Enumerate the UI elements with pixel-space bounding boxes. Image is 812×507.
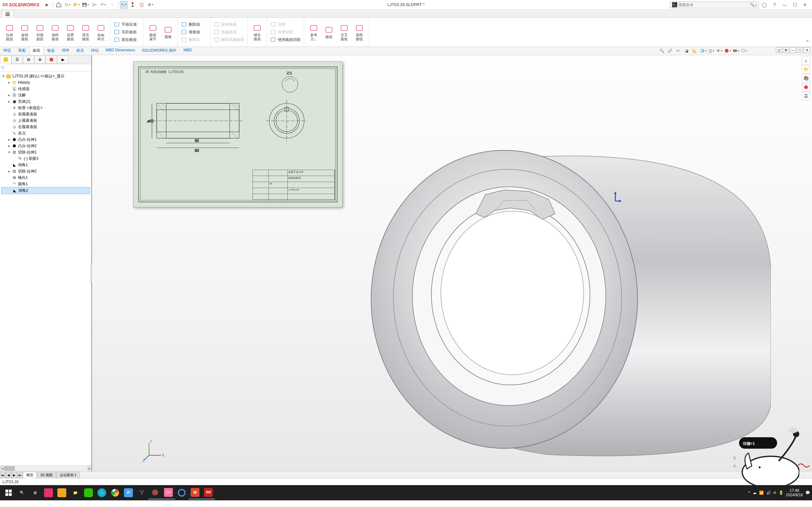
taskview-icon[interactable]: ⊞ [29,486,42,499]
tab-草图[interactable]: 草图 [15,46,29,55]
tray-clock[interactable]: 17:48 2024/9/18 [786,488,803,497]
wechat-icon[interactable] [82,486,95,499]
search-box[interactable]: >_ 🔍 [670,1,759,8]
custom-props-icon[interactable]: ☰ [802,92,810,100]
ribbon-圆角[interactable]: 圆角 [161,18,176,46]
tray-cloud-icon[interactable]: ☁ [753,491,757,495]
ribbon-加厚切除[interactable]: 加厚切除 [269,29,302,36]
file-tab[interactable] [2,10,13,17]
close-icon[interactable]: ✕ [801,1,809,8]
home-icon[interactable] [55,1,62,9]
expand-icon[interactable]: ▾ [7,150,11,155]
ribbon-解除剪裁曲面[interactable]: 解除剪裁曲面 [213,36,246,44]
ribbon-边界曲面[interactable]: 边界 曲面 [63,18,78,46]
expand-icon[interactable]: ▾ [1,74,6,78]
view-orientation-icon[interactable]: 🧊 [699,47,706,54]
ribbon-剪裁曲面[interactable]: 剪裁曲面 [213,29,246,36]
home-flyout-icon[interactable]: ⌂ [802,56,810,65]
tree-item[interactable]: ▸📁History [1,79,90,86]
bottom-tab-模型[interactable]: 模型 [23,472,37,478]
tree-item[interactable]: ⧉镜向1 [1,174,90,181]
tree-root[interactable]: ▾ LJT03.29 (默认) <<默认>_显示 [1,73,90,79]
tree-item[interactable]: ▸⬣凸台-拉伸1 [1,136,90,143]
maximize-icon[interactable]: ☐ [791,1,799,8]
resources-icon[interactable]: 📁 [802,65,810,73]
tab-曲面[interactable]: 曲面 [29,46,44,55]
search-icon[interactable]: 🔍 [750,3,757,7]
open-icon[interactable]: 📂 [73,1,80,9]
solidworks-taskbar-icon[interactable]: SW [202,486,215,499]
expand-icon[interactable]: ▸ [7,169,11,173]
hide-show-icon[interactable]: 👁 [716,47,723,54]
tab-MBD Dimensions[interactable]: MBD Dimensions [102,46,139,55]
ribbon-替换面[interactable]: 替换面 [180,29,208,36]
ribbon-加厚[interactable]: 加厚 [269,21,302,29]
tab-特征[interactable]: 特征 [0,46,15,55]
ribbon-缝合曲面[interactable]: 缝合 曲面 [250,18,265,46]
rebuild-icon[interactable]: 📋 [138,1,145,9]
nav-first-icon[interactable]: ⏮ [0,472,6,478]
file-explorer-icon[interactable]: 📁 [68,486,82,499]
display-mgr-tab-icon[interactable] [46,55,57,64]
dynamic-annot-icon[interactable]: 📐 [691,47,698,54]
scroll-thumb[interactable] [4,466,15,470]
ribbon-删除孔[interactable]: 删除孔 [180,36,208,44]
tree-item[interactable]: ◣倒角1 [1,162,90,168]
edit-appearance-icon[interactable] [724,47,731,54]
zoom-fit-icon[interactable]: 🔍 [658,47,665,54]
nav-next-icon[interactable]: ▶ [11,472,17,478]
panel-more-icon[interactable]: ▶ [57,55,68,64]
edge-icon[interactable] [95,486,108,499]
minimize-icon[interactable]: — [780,1,789,8]
tab-焊件[interactable]: 焊件 [58,46,73,55]
appearances-icon[interactable] [802,83,810,91]
filter-icon[interactable]: ▽ [1,66,4,70]
print-icon[interactable]: ⎙ [91,1,98,9]
tree-item[interactable]: ◣倒角2 [1,187,90,194]
bottom-tab-运动算例 1[interactable]: 运动算例 1 [56,472,80,478]
ribbon-交叉曲线[interactable]: 交叉 曲线 [336,18,352,46]
ribbon-删除面[interactable]: 删除面 [180,21,208,29]
ribbon-延伸曲面[interactable]: 延伸曲面 [213,21,246,29]
vp-link-icon[interactable]: ⧉ [783,47,789,53]
tree-item[interactable]: ▸⬣凸台-拉伸2 [1,143,90,149]
tab-MBD[interactable]: MBD [180,46,196,55]
tray-chevron-icon[interactable]: ^ [748,491,750,495]
tab-钣金[interactable]: 钣金 [44,46,58,55]
zoom-area-icon[interactable]: 🔎 [666,47,673,54]
app-icon-blue[interactable] [175,486,188,499]
ribbon-放样曲面[interactable]: 放样 曲面 [48,18,63,46]
view-settings-icon[interactable]: 🖵 [741,47,748,54]
traffic-light-icon[interactable] [129,1,137,9]
scroll-right-icon[interactable]: ▸ [87,466,91,471]
tree-item[interactable]: ▸Ⓐ注解 [1,92,90,98]
ribbon-collapse-icon[interactable]: ⌃ [805,39,809,45]
chrome-icon[interactable] [108,486,122,499]
tray-ime-icon[interactable]: A [774,491,776,495]
search-input[interactable] [679,3,749,7]
ribbon-参考几...[interactable]: 参考 几... [306,18,321,46]
tree-item[interactable]: ◇前视基准面 [1,111,90,117]
expand-icon[interactable]: ▸ [7,144,11,148]
notification-icon[interactable]: 💬 [805,491,810,495]
expand-icon[interactable]: ▸ [7,80,11,84]
ribbon-面部曲线[interactable]: 面部 曲线 [352,18,367,46]
expand-icon[interactable]: ▸ [7,99,11,104]
nav-last-icon[interactable]: ⏭ [17,472,23,478]
ribbon-旋转曲面[interactable]: 旋转 曲面 [17,18,32,46]
ribbon-使用曲面切除[interactable]: 使用曲面切除 [269,36,302,44]
apply-scene-icon[interactable] [733,47,739,54]
ribbon-直纹曲面[interactable]: 直纹曲面 [113,36,141,44]
tree-item[interactable]: ▾⊟切除-拉伸1 [1,149,90,155]
ribbon-平面区域[interactable]: 平面区域 [113,21,141,29]
user-icon[interactable]: ◯ [760,1,769,8]
view-triad-icon[interactable]: Y X Z [143,440,165,462]
select-icon[interactable]: ↖ [120,1,127,9]
tray-volume-icon[interactable]: 🔊 [766,491,771,495]
config-mgr-tab-icon[interactable]: ⊞ [23,55,34,64]
app-icon-1[interactable] [42,486,55,499]
ribbon-填充曲面[interactable]: 填充 曲面 [78,18,93,46]
tree-item[interactable]: 📡传感器 [1,86,90,92]
search-taskbar-icon[interactable]: 🔍 [15,486,29,499]
app-icon-y[interactable]: Y [135,486,149,499]
